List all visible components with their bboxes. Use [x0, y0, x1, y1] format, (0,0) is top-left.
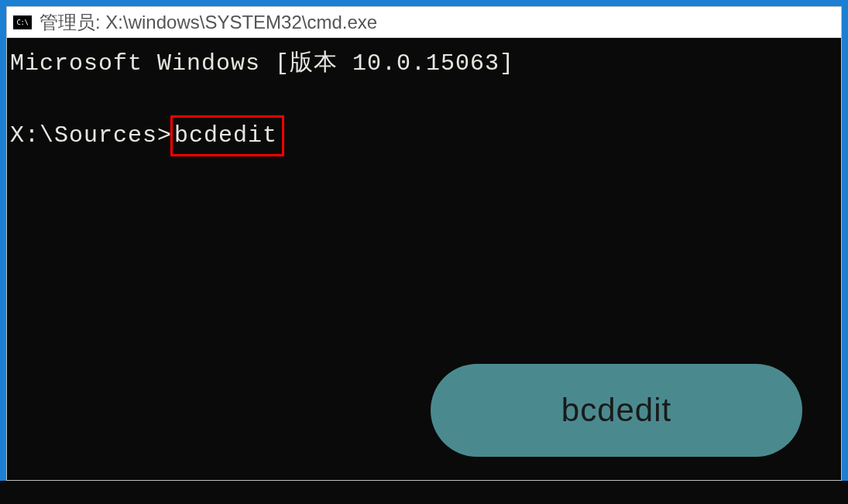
prompt-text: X:\Sources>	[10, 119, 172, 153]
command-text: bcdedit	[174, 122, 277, 149]
annotation-callout: bcdedit	[431, 364, 802, 457]
prompt-line: X:\Sources>bcdedit	[10, 115, 838, 157]
annotation-label: bcdedit	[561, 387, 671, 434]
desktop-background: C:\ 管理员: X:\windows\SYSTEM32\cmd.exe Mic…	[0, 0, 848, 481]
bottom-border	[0, 481, 848, 504]
console-output[interactable]: Microsoft Windows [版本 10.0.15063] X:\Sou…	[7, 38, 841, 480]
cmd-icon: C:\	[13, 15, 32, 29]
window-title: 管理员: X:\windows\SYSTEM32\cmd.exe	[39, 10, 377, 35]
version-text: Microsoft Windows [版本 10.0.15063]	[10, 47, 838, 81]
title-bar[interactable]: C:\ 管理员: X:\windows\SYSTEM32\cmd.exe	[7, 7, 841, 38]
command-highlight: bcdedit	[170, 115, 284, 157]
cmd-window: C:\ 管理员: X:\windows\SYSTEM32\cmd.exe Mic…	[6, 6, 842, 481]
